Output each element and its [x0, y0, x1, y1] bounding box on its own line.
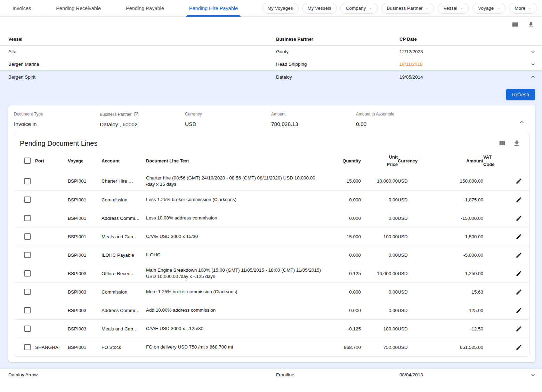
- open-in-new-icon[interactable]: [134, 112, 139, 117]
- table-row[interactable]: BSPI003 Offhire Recei… Main Engine Break…: [14, 264, 529, 282]
- amount-cell: -12.50: [430, 326, 483, 331]
- row-checkbox[interactable]: [24, 233, 31, 240]
- chevron-down-icon[interactable]: [529, 48, 536, 55]
- row-checkbox[interactable]: [24, 270, 31, 277]
- row-checkbox[interactable]: [24, 215, 31, 221]
- chevron-down-icon: [496, 7, 500, 10]
- download-icon[interactable]: [527, 21, 535, 29]
- cp-date: 19/05/2014: [399, 74, 524, 80]
- currency-cell: USD: [398, 271, 430, 276]
- chevron-down-icon: [460, 7, 463, 10]
- tab-pending-hire-payable[interactable]: Pending Hire Payable: [177, 0, 250, 17]
- business-partner: Frontline: [276, 372, 399, 377]
- col-header-business-partner: Business Partner: [276, 37, 399, 42]
- unit-price-cell: 750.00: [361, 345, 398, 350]
- chip-label: My Vessels: [308, 6, 331, 11]
- amount-cell: 125.00: [430, 308, 483, 313]
- chip-label: Business Partner: [387, 6, 423, 11]
- amount-cell: -5,000.00: [430, 253, 483, 258]
- business-partner: Head Shipping: [276, 62, 399, 67]
- edit-pencil-icon[interactable]: [515, 343, 523, 351]
- chevron-down-icon[interactable]: [529, 371, 536, 378]
- edit-pencil-icon[interactable]: [515, 232, 523, 241]
- col-header-unit-price: Unit Price: [361, 153, 398, 168]
- row-checkbox[interactable]: [24, 326, 31, 332]
- account-cell: Meals and Cab…: [102, 234, 146, 239]
- edit-pencil-icon[interactable]: [515, 325, 523, 333]
- table-row[interactable]: BSPI001 Commission Less 1.25% broker com…: [14, 190, 529, 209]
- chevron-up-icon[interactable]: [529, 73, 536, 80]
- voyage-cell: BSPI003: [68, 308, 102, 313]
- field-label: Amount to Assemble: [356, 112, 443, 117]
- document-line-text-cell: Less 10.00% address commission: [146, 215, 328, 221]
- col-header-voyage: Voyage: [68, 158, 102, 163]
- account-cell: Commission: [102, 289, 146, 295]
- tab-pending-payable[interactable]: Pending Payable: [113, 0, 177, 17]
- currency-cell: USD: [398, 216, 430, 221]
- document-line-text-cell: C/V/E USD 3000 x -.125/30: [146, 326, 328, 332]
- select-all-checkbox[interactable]: [24, 158, 31, 164]
- voyage-cell: BSPI001: [68, 216, 102, 221]
- unit-price-cell: 0.00: [361, 289, 398, 295]
- row-checkbox[interactable]: [24, 252, 31, 258]
- voyage-cell: BSPI003: [68, 326, 102, 331]
- pending-lines-title: Pending Document Lines: [20, 139, 97, 147]
- port-cell: SHANGHAI: [35, 345, 68, 350]
- edit-pencil-icon[interactable]: [515, 214, 523, 222]
- account-cell: Commission: [102, 197, 146, 202]
- row-checkbox[interactable]: [24, 197, 31, 203]
- vessel-row-bergen-spirit[interactable]: Bergen Spirit Dataloy 19/05/2014: [0, 71, 542, 83]
- table-row[interactable]: BSPI003 Address Commi… Add 10.00% addres…: [14, 301, 529, 319]
- quantity-cell: 0.000: [328, 289, 361, 295]
- table-row[interactable]: BSPI001 Charter Hire … Charter hire (08:…: [14, 172, 529, 190]
- refresh-row: Refresh: [0, 83, 542, 105]
- chip-vessel[interactable]: Vessel: [438, 3, 469, 14]
- refresh-button[interactable]: Refresh: [506, 89, 535, 100]
- col-header-vessel: Vessel: [8, 37, 276, 42]
- table-row[interactable]: BSPI001 ILOHC Payable ILOHC 0.000 0.00 U…: [14, 246, 529, 264]
- chip-company[interactable]: Company: [340, 3, 378, 14]
- table-row[interactable]: BSPI001 Meals and Cab… C/V/E USD 3000 x …: [14, 227, 529, 246]
- voyage-cell: BSPI001: [68, 345, 102, 350]
- download-icon[interactable]: [512, 139, 521, 147]
- unit-price-cell: 10,000.00: [361, 271, 398, 276]
- tab-pending-receivable[interactable]: Pending Receivable: [43, 0, 113, 17]
- business-partner: Dataloy: [276, 74, 399, 80]
- chip-business-partner[interactable]: Business Partner: [381, 3, 435, 14]
- columns-icon[interactable]: [498, 139, 506, 147]
- currency-cell: USD: [398, 197, 430, 202]
- row-checkbox[interactable]: [24, 178, 31, 184]
- unit-price-cell: 0.00: [361, 308, 398, 313]
- vessel-row-dataloy-arrow[interactable]: Dataloy Arrow Frontline 08/04/2013: [0, 368, 542, 381]
- unit-price-cell: 100.00: [361, 234, 398, 239]
- table-row[interactable]: BSPI001 Address Commi… Less 10.00% addre…: [14, 209, 529, 227]
- tab-invoices[interactable]: Invoices: [0, 0, 43, 17]
- row-checkbox[interactable]: [24, 344, 31, 350]
- edit-pencil-icon[interactable]: [515, 269, 523, 278]
- columns-icon[interactable]: [511, 21, 519, 29]
- vessel-row-bergen-marina[interactable]: Bergen Marina Head Shipping 18/11/2018: [0, 58, 542, 71]
- table-row[interactable]: BSPI003 Meals and Cab… C/V/E USD 3000 x …: [14, 319, 529, 338]
- field-amount-to-assemble: Amount to Assemble 0.00: [356, 112, 443, 127]
- edit-pencil-icon[interactable]: [515, 177, 523, 185]
- edit-pencil-icon[interactable]: [515, 251, 523, 259]
- edit-pencil-icon[interactable]: [515, 195, 523, 204]
- row-checkbox[interactable]: [24, 307, 31, 313]
- field-label: Currency: [185, 112, 271, 117]
- chip-voyage[interactable]: Voyage: [472, 3, 505, 14]
- chip-more[interactable]: More: [509, 3, 537, 14]
- table-row[interactable]: SHANGHAI BSPI001 FO Stock FO on delivery…: [14, 338, 529, 356]
- collapse-chevron-up-icon[interactable]: [518, 119, 525, 126]
- col-header-amount: Amount: [430, 158, 483, 163]
- chevron-down-icon[interactable]: [529, 61, 536, 68]
- chip-my-vessels[interactable]: My Vessels: [302, 3, 337, 14]
- row-checkbox[interactable]: [24, 289, 31, 295]
- table-row[interactable]: BSPI003 Commission More 1.25% broker com…: [14, 282, 529, 301]
- col-header-account: Account: [102, 158, 146, 163]
- chip-my-voyages[interactable]: My Voyages: [262, 3, 299, 14]
- edit-pencil-icon[interactable]: [515, 288, 523, 296]
- vessel-row-alta[interactable]: Alta Goofy 12/12/2023: [0, 46, 542, 58]
- edit-pencil-icon[interactable]: [515, 306, 523, 314]
- quantity-cell: 0.000: [328, 197, 361, 202]
- col-header-cp-date: CP Date: [399, 37, 524, 42]
